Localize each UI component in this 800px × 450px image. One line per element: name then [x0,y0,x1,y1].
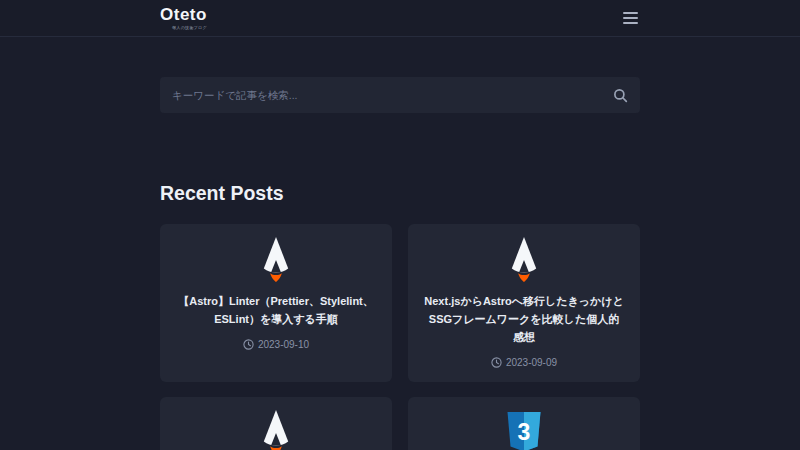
clock-icon [243,339,254,350]
search-icon[interactable] [613,88,628,103]
post-card[interactable]: Next.jsからAstroへ移行したきっかけとSSGフレームワークを比較した個… [408,224,640,382]
site-logo-tagline: 個人の技術ブログ [160,25,207,30]
site-header: Oteto 個人の技術ブログ [0,0,800,37]
astro-logo-icon [176,237,376,282]
post-date: 2023-09-09 [424,357,624,368]
post-card[interactable]: 3 【CSS】縦長img画像を正方形に切り抜いて表示 [408,397,640,450]
search-input[interactable] [172,89,613,101]
post-date: 2023-09-10 [176,339,376,350]
menu-button[interactable] [621,5,640,31]
css3-logo-icon: 3 [424,410,624,450]
astro-logo-icon [424,237,624,282]
clock-icon [491,357,502,368]
post-card[interactable]: 【Astro】Partytownを使ってGoogle Analyticsを導入す… [160,397,392,450]
post-date-text: 2023-09-10 [258,339,309,350]
recent-posts-heading: Recent Posts [160,182,640,205]
site-logo-text: Oteto [160,6,207,25]
site-logo[interactable]: Oteto 個人の技術ブログ [160,6,207,30]
svg-text:3: 3 [518,419,531,445]
post-title: 【Astro】Linter（Prettier、Stylelint、ESLint）… [176,292,376,328]
main-content: Recent Posts 【Astro】Linter（Prettier、Styl… [160,77,640,450]
hamburger-icon [623,12,638,24]
post-card[interactable]: 【Astro】Linter（Prettier、Stylelint、ESLint）… [160,224,392,382]
post-title: Next.jsからAstroへ移行したきっかけとSSGフレームワークを比較した個… [424,292,624,346]
astro-logo-icon [176,410,376,450]
posts-grid: 【Astro】Linter（Prettier、Stylelint、ESLint）… [160,224,640,450]
post-date-text: 2023-09-09 [506,357,557,368]
search-bar[interactable] [160,77,640,113]
